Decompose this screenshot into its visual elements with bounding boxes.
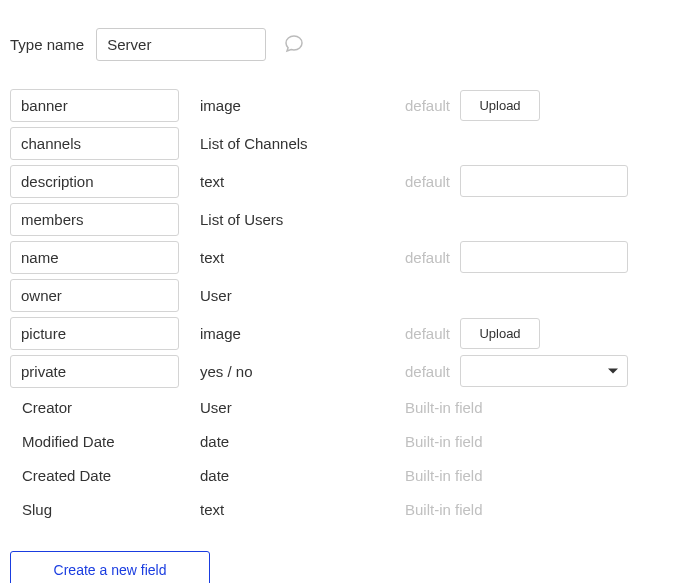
header-row: Type name — [10, 10, 668, 61]
field-row: image default Upload — [10, 86, 668, 124]
field-name-static: Created Date — [10, 467, 200, 484]
default-select[interactable] — [460, 355, 628, 387]
field-row: yes / no default — [10, 352, 668, 390]
field-type: List of Channels — [200, 135, 405, 152]
field-type: List of Users — [200, 211, 405, 228]
field-name-static: Modified Date — [10, 433, 200, 450]
upload-button[interactable]: Upload — [460, 318, 540, 349]
field-name-input[interactable] — [10, 165, 179, 198]
field-type: yes / no — [200, 363, 405, 380]
field-type: text — [200, 501, 405, 518]
builtin-label: Built-in field — [405, 399, 635, 416]
upload-button[interactable]: Upload — [460, 90, 540, 121]
builtin-label: Built-in field — [405, 433, 635, 450]
builtin-label: Built-in field — [405, 467, 635, 484]
default-label: default — [405, 325, 460, 342]
select-wrapper — [460, 355, 628, 387]
create-field-button[interactable]: Create a new field — [10, 551, 210, 583]
field-name-input[interactable] — [10, 241, 179, 274]
default-label: default — [405, 173, 460, 190]
field-name-input[interactable] — [10, 127, 179, 160]
field-name-input[interactable] — [10, 203, 179, 236]
default-label: default — [405, 249, 460, 266]
field-type: date — [200, 467, 405, 484]
field-row-builtin: Creator User Built-in field — [10, 390, 668, 424]
default-label: default — [405, 97, 460, 114]
field-row: text default — [10, 238, 668, 276]
field-row-builtin: Modified Date date Built-in field — [10, 424, 668, 458]
field-type: text — [200, 173, 405, 190]
field-name-input[interactable] — [10, 89, 179, 122]
type-name-input[interactable] — [96, 28, 266, 61]
field-name-static: Creator — [10, 399, 200, 416]
field-name-static: Slug — [10, 501, 200, 518]
field-name-input[interactable] — [10, 279, 179, 312]
field-row: List of Users — [10, 200, 668, 238]
field-type: date — [200, 433, 405, 450]
field-row: User — [10, 276, 668, 314]
field-type: text — [200, 249, 405, 266]
default-text-input[interactable] — [460, 241, 628, 273]
field-row: text default — [10, 162, 668, 200]
field-type: User — [200, 399, 405, 416]
field-type: image — [200, 325, 405, 342]
field-name-input[interactable] — [10, 355, 179, 388]
chat-bubble-icon[interactable] — [283, 33, 305, 56]
field-row: List of Channels — [10, 124, 668, 162]
field-row-builtin: Slug text Built-in field — [10, 492, 668, 526]
fields-table: image default Upload List of Channels te… — [10, 86, 668, 526]
field-name-input[interactable] — [10, 317, 179, 350]
type-name-label: Type name — [10, 36, 84, 53]
default-text-input[interactable] — [460, 165, 628, 197]
field-row: image default Upload — [10, 314, 668, 352]
field-type: User — [200, 287, 405, 304]
default-label: default — [405, 363, 460, 380]
builtin-label: Built-in field — [405, 501, 635, 518]
field-type: image — [200, 97, 405, 114]
field-row-builtin: Created Date date Built-in field — [10, 458, 668, 492]
